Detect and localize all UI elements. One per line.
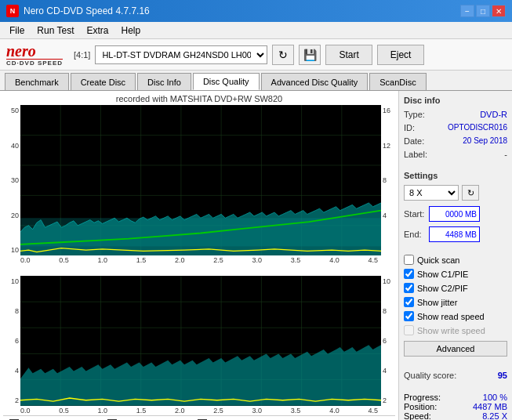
eject-button[interactable]: Eject (377, 45, 425, 65)
show-c1pie-row: Show C1/PIE (404, 269, 507, 279)
speed-display-label: Speed: (404, 411, 431, 420)
date-label: Date: (404, 136, 424, 146)
refresh-button[interactable]: ↻ (272, 45, 294, 65)
save-icon: 💾 (303, 49, 317, 61)
type-label: Type: (404, 110, 425, 119)
nero-logo: nero CD·DVD SPEED (6, 43, 63, 67)
quality-score-row: Quality score: 95 (404, 371, 507, 380)
drive-prefix: [4:1] (74, 50, 90, 60)
position-label: Position: (404, 402, 437, 411)
window-controls: − □ ✕ (460, 5, 506, 17)
top-y-left-10: 10 (11, 246, 19, 254)
recorded-with-label: recorded with MATSHITA DVD+RW SW820 (3, 94, 395, 103)
titlebar: N Nero CD-DVD Speed 4.7.7.16 − □ ✕ (0, 0, 512, 22)
show-read-speed-label: Show read speed (417, 312, 485, 321)
main-content: recorded with MATSHITA DVD+RW SW820 50 4… (0, 91, 512, 420)
label-value: - (504, 150, 507, 159)
tab-disc-info[interactable]: Disc Info (137, 73, 191, 90)
show-c1pie-checkbox[interactable] (404, 269, 414, 279)
tab-create-disc[interactable]: Create Disc (71, 73, 136, 90)
id-value: OPTODISCR016 (448, 123, 507, 132)
progress-row: Progress: 100 % (404, 393, 507, 402)
top-y-right-16: 16 (383, 107, 390, 114)
start-button[interactable]: Start (325, 45, 372, 65)
bot-y-right-4: 4 (383, 367, 387, 375)
show-jitter-checkbox[interactable] (404, 297, 414, 307)
maximize-button[interactable]: □ (476, 5, 490, 17)
position-row: Position: 4487 MB (404, 402, 507, 411)
refresh-icon: ↻ (278, 49, 288, 61)
quality-score-value: 95 (498, 371, 507, 380)
menu-file[interactable]: File (3, 24, 31, 38)
show-c1pie-label: Show C1/PIE (417, 270, 468, 279)
quick-scan-row: Quick scan (404, 255, 507, 265)
right-panel: Disc info Type: DVD-R ID: OPTODISCR016 D… (398, 91, 512, 420)
toolbar: nero CD·DVD SPEED [4:1] HL-DT-ST DVDRAM … (0, 39, 512, 71)
chart-area: recorded with MATSHITA DVD+RW SW820 50 4… (0, 91, 398, 420)
bot-y-right-6: 6 (383, 337, 387, 345)
menu-run-test[interactable]: Run Test (31, 24, 80, 38)
top-y-left-30: 30 (11, 176, 19, 184)
top-y-left-40: 40 (11, 142, 19, 150)
menu-help[interactable]: Help (115, 24, 147, 38)
speed-row: 8 X ↻ (404, 185, 507, 201)
bottom-chart-inner (20, 276, 381, 406)
start-label: Start: (404, 209, 426, 219)
bot-y-right-2: 2 (383, 396, 387, 404)
show-write-speed-label: Show write speed (417, 326, 485, 335)
close-button[interactable]: ✕ (492, 5, 506, 17)
tab-benchmark[interactable]: Benchmark (5, 73, 69, 90)
menubar: File Run Test Extra Help (0, 22, 512, 39)
date-value: 20 Sep 2018 (463, 136, 507, 146)
id-label: ID: (404, 123, 415, 132)
end-row: End: (404, 226, 507, 242)
advanced-button[interactable]: Advanced (404, 341, 507, 357)
progress-value: 100 % (483, 393, 507, 402)
top-chart-inner (20, 105, 381, 255)
start-row: Start: (404, 206, 507, 222)
menu-extra[interactable]: Extra (80, 24, 114, 38)
show-c2pif-row: Show C2/PIF (404, 283, 507, 293)
label-row: Label: - (404, 150, 507, 159)
quick-scan-checkbox[interactable] (404, 255, 414, 265)
drive-select[interactable]: HL-DT-ST DVDRAM GH24NSD0 LH00 (95, 45, 267, 64)
end-input[interactable] (429, 226, 480, 242)
speed-select[interactable]: 8 X (404, 185, 459, 201)
app-icon: N (6, 5, 19, 17)
settings-title: Settings (404, 171, 507, 180)
quality-score-label: Quality score: (404, 371, 456, 380)
show-jitter-row: Show jitter (404, 297, 507, 307)
bottom-chart-x-labels: 0.0 0.5 1.0 1.5 2.0 2.5 3.0 3.5 4.0 4.5 (3, 406, 395, 415)
quick-scan-label: Quick scan (417, 255, 459, 265)
tab-disc-quality[interactable]: Disc Quality (193, 73, 260, 90)
start-input[interactable] (429, 206, 480, 222)
bot-y-right-10: 10 (383, 277, 390, 285)
charts-wrapper: 50 40 30 20 10 (3, 105, 395, 415)
top-y-right-4: 4 (383, 212, 387, 219)
disc-info-title: Disc info (404, 96, 507, 105)
stats-area: PI Errors Average: 3.13 Maximum: 21 Tota… (3, 415, 395, 420)
type-row: Type: DVD-R (404, 110, 507, 119)
settings-refresh-button[interactable]: ↻ (462, 185, 479, 201)
progress-section: Progress: 100 % Position: 4487 MB Speed:… (404, 393, 507, 420)
tab-scan-disc[interactable]: ScanDisc (369, 73, 426, 90)
minimize-button[interactable]: − (460, 5, 474, 17)
top-y-left-50: 50 (11, 107, 19, 114)
top-y-left-20: 20 (11, 212, 19, 219)
speed-display-value: 8.25 X (482, 411, 507, 420)
show-c2pif-checkbox[interactable] (404, 283, 414, 293)
bot-y-right-8: 8 (383, 307, 387, 315)
bot-y-left-2: 2 (15, 396, 19, 404)
show-read-speed-checkbox[interactable] (404, 311, 414, 321)
app-title: Nero CD-DVD Speed 4.7.7.16 (24, 5, 460, 16)
label-label: Label: (404, 150, 427, 159)
show-write-speed-checkbox[interactable] (404, 325, 414, 335)
save-button[interactable]: 💾 (299, 45, 321, 65)
show-read-speed-row: Show read speed (404, 311, 507, 321)
svg-marker-26 (20, 346, 381, 406)
tab-advanced-disc-quality[interactable]: Advanced Disc Quality (261, 73, 369, 90)
position-value: 4487 MB (473, 402, 507, 411)
tab-bar: Benchmark Create Disc Disc Info Disc Qua… (0, 71, 512, 91)
bot-y-left-10: 10 (11, 277, 19, 285)
date-row: Date: 20 Sep 2018 (404, 136, 507, 146)
